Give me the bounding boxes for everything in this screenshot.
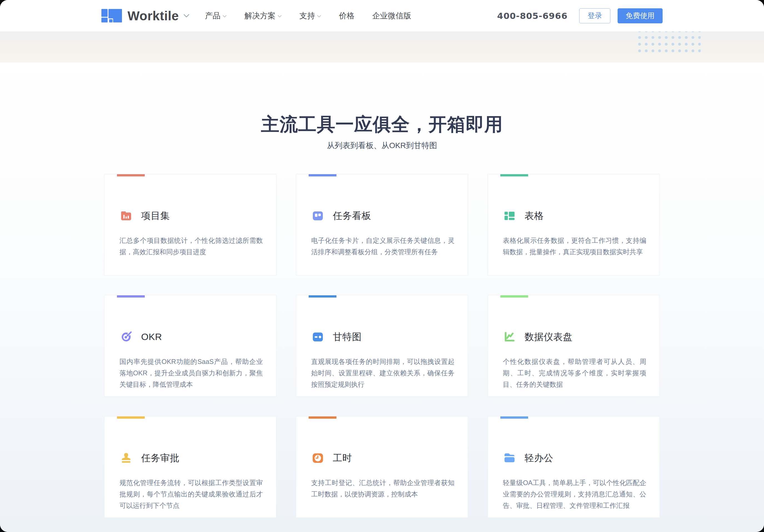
card-title: 轻办公 bbox=[524, 452, 553, 464]
feature-card-table[interactable]: 表格 表格化展示任务数据，更符合工作习惯，支持编辑数据，批量操作，真正实现项目数… bbox=[487, 174, 660, 275]
menu-item-support[interactable]: 支持 bbox=[299, 11, 321, 21]
section-title: 主流工具一应俱全，开箱即用 bbox=[0, 114, 764, 134]
gantt-icon bbox=[311, 330, 324, 344]
worktile-logo-icon bbox=[101, 9, 122, 23]
card-title: 表格 bbox=[524, 210, 544, 222]
card-accent-bar bbox=[500, 417, 528, 419]
card-accent-bar bbox=[117, 417, 145, 419]
card-title: 工时 bbox=[333, 452, 352, 464]
menu-item-wechat-work[interactable]: 企业微信版 bbox=[372, 11, 411, 21]
login-button[interactable]: 登录 bbox=[579, 8, 610, 23]
card-title: 数据仪表盘 bbox=[524, 331, 573, 343]
hero-band bbox=[0, 31, 764, 63]
card-title: 任务审批 bbox=[141, 452, 179, 464]
card-description: 个性化数据仪表盘，帮助管理者可从人员、周期、工时、完成情况等多个维度，实时掌握项… bbox=[503, 356, 646, 390]
worktile-logo[interactable]: Worktile bbox=[101, 8, 189, 23]
main-menu: 产品 解决方案 支持 价格 企业微信版 bbox=[205, 11, 411, 21]
features-section: 主流工具一应俱全，开箱即用 从列表到看板、从OKR到甘特图 项目集 汇总多个项目… bbox=[0, 63, 764, 532]
card-description: 规范化管理任务流转，可以根据工作类型设置审批规则，每个节点输出的关键成果验收通过… bbox=[119, 477, 263, 511]
card-accent-bar bbox=[117, 295, 145, 297]
card-accent-bar bbox=[117, 174, 145, 176]
menu-label: 企业微信版 bbox=[372, 11, 411, 21]
card-description: 轻量级OA工具，简单易上手，可以个性化匹配企业需要的办公管理规则，支持消息汇总通… bbox=[503, 477, 646, 511]
card-accent-bar bbox=[500, 174, 528, 176]
feature-card-okr[interactable]: OKR 国内率先提供OKR功能的SaaS产品，帮助企业落地OKR，提升企业成员自… bbox=[104, 295, 277, 397]
card-description: 汇总多个项目数据统计，个性化筛选过滤所需数据，高效汇报和同步项目进度 bbox=[119, 235, 263, 258]
dot-grid-decoration bbox=[636, 28, 701, 54]
menu-item-pricing[interactable]: 价格 bbox=[339, 11, 354, 21]
table-icon bbox=[503, 209, 516, 223]
chevron-down-icon bbox=[278, 15, 282, 18]
dashboard-chart-icon bbox=[503, 330, 516, 344]
card-description: 国内率先提供OKR功能的SaaS产品，帮助企业落地OKR，提升企业成员自驱力和创… bbox=[119, 356, 263, 390]
chevron-down-icon bbox=[183, 14, 189, 18]
feature-card-gantt[interactable]: 甘特图 直观展现各项任务的时间排期，可以拖拽设置起始时间、设置里程碑、建立依赖关… bbox=[296, 295, 468, 397]
top-navbar: Worktile 产品 解决方案 支持 bbox=[0, 0, 764, 31]
card-accent-bar bbox=[309, 417, 336, 419]
menu-label: 价格 bbox=[339, 11, 354, 21]
folder-icon bbox=[503, 451, 516, 465]
card-title: 项目集 bbox=[141, 210, 170, 222]
card-accent-bar bbox=[309, 174, 336, 176]
feature-card-light-office[interactable]: 轻办公 轻量级OA工具，简单易上手，可以个性化匹配企业需要的办公管理规则，支持消… bbox=[487, 416, 660, 518]
menu-label: 产品 bbox=[205, 11, 221, 21]
kanban-icon bbox=[311, 209, 324, 223]
worktile-landing-page: Worktile 产品 解决方案 支持 bbox=[0, 0, 764, 532]
card-accent-bar bbox=[500, 295, 528, 297]
feature-card-kanban[interactable]: 任务看板 电子化任务卡片，自定义展示任务关键信息，灵活排序和调整看板分组，分类管… bbox=[296, 174, 468, 275]
feature-card-worktime[interactable]: 工时 支持工时登记、汇总统计，帮助企业管理者获知工时数据，以便协调资源，控制成本 bbox=[296, 416, 468, 518]
section-subtitle: 从列表到看板、从OKR到甘特图 bbox=[0, 140, 764, 151]
okr-target-icon bbox=[119, 330, 133, 344]
chevron-down-icon bbox=[317, 15, 321, 18]
card-description: 支持工时登记、汇总统计，帮助企业管理者获知工时数据，以便协调资源，控制成本 bbox=[311, 477, 455, 500]
card-title: 甘特图 bbox=[333, 331, 362, 343]
nav-actions: 400-805-6966 登录 免费使用 bbox=[497, 8, 663, 23]
menu-label: 解决方案 bbox=[245, 11, 276, 21]
feature-card-dashboard[interactable]: 数据仪表盘 个性化数据仪表盘，帮助管理者可从人员、周期、工时、完成情况等多个维度… bbox=[487, 295, 660, 397]
free-trial-button[interactable]: 免费使用 bbox=[618, 8, 663, 23]
clock-icon bbox=[311, 451, 324, 465]
brand-name: Worktile bbox=[127, 8, 179, 23]
service-phone-number[interactable]: 400-805-6966 bbox=[497, 11, 568, 21]
card-description: 电子化任务卡片，自定义展示任务关键信息，灵活排序和调整看板分组，分类管理所有任务 bbox=[311, 235, 455, 258]
menu-item-solutions[interactable]: 解决方案 bbox=[245, 11, 282, 21]
feature-card-grid: 项目集 汇总多个项目数据统计，个性化筛选过滤所需数据，高效汇报和同步项目进度 任… bbox=[104, 174, 660, 518]
menu-label: 支持 bbox=[299, 11, 315, 21]
card-description: 直观展现各项任务的时间排期，可以拖拽设置起始时间、设置里程碑、建立依赖关系，确保… bbox=[311, 356, 455, 390]
feature-card-approval[interactable]: 任务审批 规范化管理任务流转，可以根据工作类型设置审批规则，每个节点输出的关键成… bbox=[104, 416, 277, 518]
card-accent-bar bbox=[309, 295, 336, 297]
card-description: 表格化展示任务数据，更符合工作习惯，支持编辑数据，批量操作，真正实现项目数据实时… bbox=[503, 235, 646, 258]
menu-item-products[interactable]: 产品 bbox=[205, 11, 227, 21]
chevron-down-icon bbox=[223, 15, 227, 18]
approval-stamp-icon bbox=[119, 451, 133, 465]
feature-card-projects[interactable]: 项目集 汇总多个项目数据统计，个性化筛选过滤所需数据，高效汇报和同步项目进度 bbox=[104, 174, 277, 275]
projects-folder-icon bbox=[119, 209, 133, 223]
card-title: OKR bbox=[141, 331, 162, 342]
card-title: 任务看板 bbox=[333, 210, 371, 222]
